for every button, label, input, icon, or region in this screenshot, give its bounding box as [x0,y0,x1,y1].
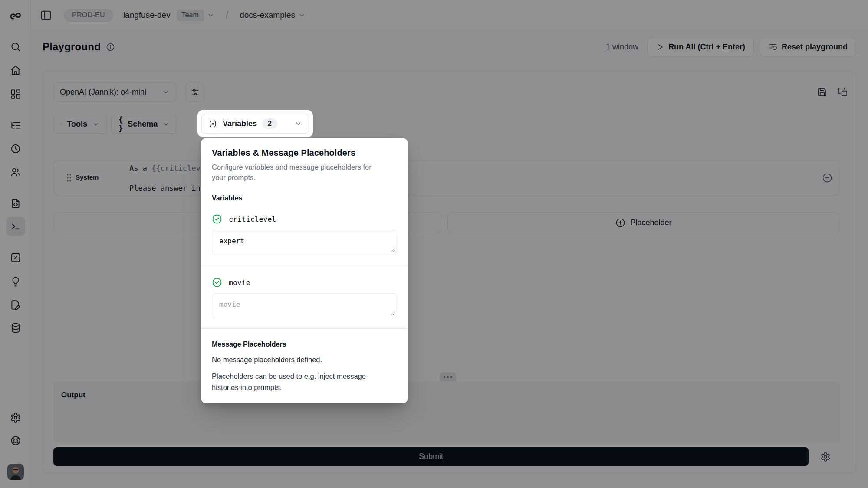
variable-value-input[interactable]: expert [212,230,397,255]
variables-button-anchor: Variables 2 [197,110,313,137]
popover-description: Configure variables and message placehol… [212,162,397,183]
variable-name: criticlevel [229,215,276,223]
check-circle-icon [212,214,222,224]
popover-title: Variables & Message Placeholders [212,148,397,158]
check-circle-icon [212,277,222,288]
variable-row: criticlevel [212,214,397,224]
variables-button[interactable]: Variables 2 [201,114,309,134]
divider [201,328,408,329]
variable-name: movie [229,278,250,287]
variable-value-input[interactable] [212,293,397,318]
divider [201,265,408,265]
variables-label: Variables [223,119,257,128]
variable-value-wrap [212,293,397,318]
variables-count-badge: 2 [262,118,277,129]
variable-icon [208,119,217,128]
variables-section-heading: Variables [212,194,397,202]
variables-popover: Variables & Message Placeholders Configu… [201,138,408,403]
variable-value-wrap: expert [212,230,397,255]
placeholders-help-text: Placeholders can be used to e.g. inject … [212,370,397,393]
modal-overlay [0,0,868,488]
variables-chevron-down-icon [294,120,302,128]
variable-row: movie [212,277,397,288]
placeholders-empty-message: No message placeholders defined. [212,356,397,364]
placeholders-section-heading: Message Placeholders [212,341,397,348]
